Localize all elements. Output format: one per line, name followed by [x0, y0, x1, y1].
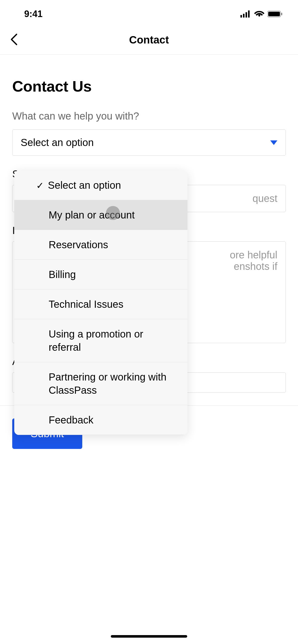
topic-select[interactable]: Select an option: [12, 129, 286, 156]
dropdown-option-my-plan[interactable]: My plan or account: [14, 200, 187, 230]
dropdown-arrow-icon: [270, 140, 277, 145]
checkmark-icon: ✓: [36, 180, 44, 191]
dropdown-option-label: Partnering or working with ClassPass: [49, 371, 166, 396]
topic-label: What can we help you with?: [12, 110, 286, 122]
dropdown-option-label: Using a promotion or referral: [49, 328, 143, 353]
nav-title: Contact: [129, 34, 169, 46]
tap-indicator: [106, 206, 120, 220]
dropdown-option-promotion[interactable]: Using a promotion or referral: [14, 319, 187, 362]
dropdown-option-technical[interactable]: Technical Issues: [14, 289, 187, 319]
dropdown-option-partnering[interactable]: Partnering or working with ClassPass: [14, 362, 187, 405]
dropdown-option-label: Reservations: [49, 239, 108, 250]
svg-rect-5: [268, 12, 280, 16]
cellular-icon: [240, 10, 251, 18]
svg-rect-6: [281, 13, 282, 15]
back-button[interactable]: [10, 33, 18, 47]
battery-icon: [267, 10, 283, 18]
topic-select-text: Select an option: [21, 137, 94, 148]
chevron-left-icon: [10, 33, 18, 46]
dropdown-option-label: Technical Issues: [49, 299, 123, 310]
home-indicator: [111, 635, 187, 638]
status-bar: 9:41: [0, 0, 298, 25]
topic-dropdown-menu: ✓Select an option My plan or account Res…: [14, 170, 187, 435]
wifi-icon: [254, 10, 264, 18]
svg-rect-0: [240, 15, 242, 18]
dropdown-option-label: Billing: [49, 269, 76, 280]
nav-bar: Contact: [0, 25, 298, 55]
svg-rect-2: [246, 12, 247, 18]
status-time: 9:41: [24, 9, 43, 19]
svg-rect-3: [248, 10, 250, 18]
subject-placeholder-fragment: quest: [252, 193, 277, 204]
dropdown-option-label: Feedback: [49, 414, 93, 426]
dropdown-option-feedback[interactable]: Feedback: [14, 405, 187, 435]
page-heading: Contact Us: [12, 78, 286, 95]
dropdown-option-label: Select an option: [48, 180, 121, 191]
status-icons: [240, 10, 283, 18]
dropdown-option-reservations[interactable]: Reservations: [14, 230, 187, 260]
dropdown-option-placeholder[interactable]: ✓Select an option: [14, 170, 187, 200]
dropdown-option-billing[interactable]: Billing: [14, 260, 187, 289]
svg-rect-1: [243, 14, 245, 18]
dropdown-option-label: My plan or account: [49, 209, 135, 221]
